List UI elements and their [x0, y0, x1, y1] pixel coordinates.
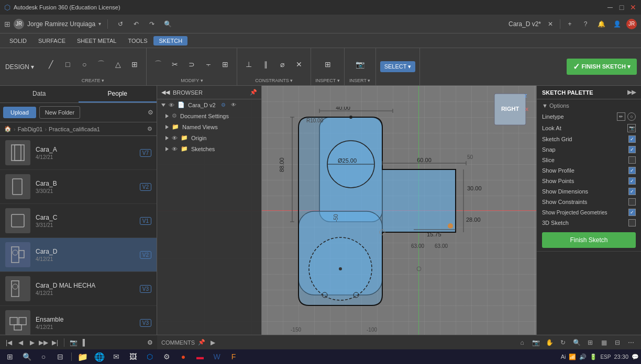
menu-sheet-metal[interactable]: SHEET METAL: [72, 36, 121, 46]
constraint4[interactable]: ✕: [292, 57, 306, 72]
camera-nav-icon[interactable]: 📷: [69, 338, 78, 347]
user-dropdown-icon[interactable]: ▾: [98, 21, 101, 27]
orbit-button[interactable]: ↻: [557, 337, 569, 348]
new-folder-button[interactable]: New Folder: [39, 106, 80, 119]
settings-icon[interactable]: ⚙: [148, 109, 153, 116]
close-button[interactable]: ✕: [629, 4, 637, 11]
snap-checkbox[interactable]: [628, 146, 636, 153]
notification-button[interactable]: 🔔: [595, 18, 607, 30]
finish-sketch-button[interactable]: ✓ FINISH SKETCH ▾: [567, 59, 637, 75]
volume-icon[interactable]: 🔊: [579, 354, 587, 360]
mail-button[interactable]: ✉: [108, 350, 124, 363]
rect-tool[interactable]: □: [60, 57, 75, 72]
timeline-icon[interactable]: ▌: [80, 338, 90, 347]
menu-surface[interactable]: SURFACE: [33, 36, 71, 46]
edge-button[interactable]: 🌐: [92, 350, 107, 363]
browser-pin-icon[interactable]: 📌: [250, 89, 257, 96]
sketchgrid-checkbox[interactable]: [628, 135, 636, 143]
camera-button[interactable]: 📷: [530, 337, 541, 348]
arc-tool[interactable]: ⌒: [94, 57, 108, 72]
app1-button[interactable]: ▬: [192, 350, 208, 363]
pattern-tool[interactable]: ⊞: [218, 57, 233, 72]
fitview-button[interactable]: ⊞: [584, 337, 596, 348]
constraint3[interactable]: ⌀: [275, 57, 290, 72]
word-button[interactable]: W: [209, 350, 225, 363]
line-tool[interactable]: ╱: [43, 57, 58, 72]
3dsketch-checkbox[interactable]: [628, 219, 636, 226]
breadcrumb-settings-icon[interactable]: ⚙: [147, 126, 152, 132]
add-tab-button[interactable]: +: [563, 18, 576, 30]
menu-sketch[interactable]: SKETCH: [153, 36, 187, 46]
timeline-settings-icon[interactable]: ⚙: [147, 339, 153, 346]
play-button[interactable]: ▶: [27, 338, 37, 347]
canvas-area[interactable]: ◀◀ BROWSER 📌 👁 📄 Cara_D v2 ⚙ 👁 ⚙ Documen…: [157, 86, 641, 335]
account-button[interactable]: 👤: [611, 18, 623, 30]
mirror-tool[interactable]: ⫟: [201, 57, 216, 72]
last-frame-button[interactable]: ▶|: [50, 338, 60, 347]
inspect-icon[interactable]: ⊞: [320, 57, 335, 72]
showdimensions-checkbox[interactable]: [628, 188, 636, 195]
options-section-title[interactable]: ▼ Options: [542, 103, 636, 109]
cortana-button[interactable]: ○: [36, 350, 51, 363]
photos-button[interactable]: 🖼: [125, 350, 141, 363]
fusion-button[interactable]: F: [226, 350, 241, 363]
undo-button[interactable]: ↶: [130, 18, 142, 30]
lookat-icon[interactable]: 📷: [627, 124, 636, 132]
breadcrumb-fabdig[interactable]: FabDig01: [18, 126, 43, 132]
dropbox-button[interactable]: ⬡: [142, 350, 158, 363]
select-button[interactable]: SELECT ▾: [380, 61, 416, 72]
user-avatar-btn[interactable]: JR: [626, 19, 637, 29]
menu-tools[interactable]: TOOLS: [123, 36, 152, 46]
list-item[interactable]: Cara_B 3/30/21 V2: [0, 170, 157, 204]
grid-toggle-button[interactable]: ⊟: [612, 337, 623, 348]
help-button[interactable]: ?: [579, 18, 592, 30]
tab-people[interactable]: People: [79, 86, 157, 103]
explorer-button[interactable]: 📁: [75, 350, 91, 363]
showprojected-checkbox[interactable]: [628, 209, 636, 216]
taskview-button[interactable]: ⊟: [52, 350, 68, 363]
minimize-button[interactable]: ─: [606, 4, 614, 11]
browser-settings-icon[interactable]: ⚙: [221, 102, 226, 108]
comments-expand-icon[interactable]: ▶: [211, 339, 215, 346]
comments-pin-icon[interactable]: 📌: [198, 339, 205, 346]
circle-tool[interactable]: ○: [77, 57, 92, 72]
pan-button[interactable]: ✋: [544, 337, 555, 348]
browser-item-docsettings[interactable]: ⚙ Document Settings: [157, 110, 261, 121]
upload-button[interactable]: Upload: [3, 107, 36, 118]
showprofile-checkbox[interactable]: [628, 167, 636, 174]
browser-item-sketches[interactable]: 👁 📁 Sketches: [157, 143, 261, 154]
list-item[interactable]: Cara_D MAL HECHA 4/12/21 V3: [0, 272, 157, 306]
list-item[interactable]: Cara_A 4/12/21 V7: [0, 136, 157, 170]
slice-checkbox[interactable]: [628, 156, 636, 164]
list-item[interactable]: Ensamble 4/12/21 V3: [0, 306, 157, 335]
triangle-tool[interactable]: △: [110, 57, 125, 72]
breadcrumb-practica[interactable]: Practica_calificada1: [49, 126, 100, 132]
constraint1[interactable]: ⊥: [241, 57, 256, 72]
next-button[interactable]: ▶▶: [39, 338, 48, 347]
prev-button[interactable]: ◀: [16, 338, 25, 347]
finish-sketch-palette-button[interactable]: Finish Sketch: [542, 232, 636, 248]
home-view-button[interactable]: ⌂: [516, 337, 528, 348]
trim-tool[interactable]: ✂: [168, 57, 182, 72]
avatar[interactable]: JR: [14, 19, 24, 29]
display-mode-button[interactable]: ▦: [598, 337, 610, 348]
zoom-button[interactable]: 🔍: [571, 337, 582, 348]
browser-item-carad[interactable]: 👁 📄 Cara_D v2 ⚙ 👁: [157, 99, 261, 110]
first-frame-button[interactable]: |◀: [4, 338, 14, 347]
hline-tool[interactable]: ⊞: [127, 57, 142, 72]
browser-item-namedviews[interactable]: 📁 Named Views: [157, 121, 261, 132]
offset-tool[interactable]: ⊃: [184, 57, 199, 72]
browser-eye2-icon[interactable]: 👁: [231, 102, 236, 108]
collapse-icon[interactable]: ◀◀: [161, 89, 170, 96]
search-taskbar-button[interactable]: 🔍: [19, 350, 35, 363]
browser-item-origin[interactable]: 👁 📁 Origin: [157, 132, 261, 143]
settings-taskbar-button[interactable]: ⚙: [159, 350, 174, 363]
refresh-button[interactable]: ↺: [114, 18, 127, 30]
view-cube[interactable]: RIGHT Z X: [492, 91, 528, 128]
list-item[interactable]: Cara_C 3/31/21 V1: [0, 204, 157, 238]
linetype-circle-icon[interactable]: ○: [627, 112, 636, 121]
menu-solid[interactable]: SOLID: [4, 36, 32, 46]
linetype-pencil-icon[interactable]: ✏: [617, 112, 625, 121]
showconstraints-checkbox[interactable]: [628, 198, 636, 206]
search-button[interactable]: 🔍: [161, 18, 174, 30]
